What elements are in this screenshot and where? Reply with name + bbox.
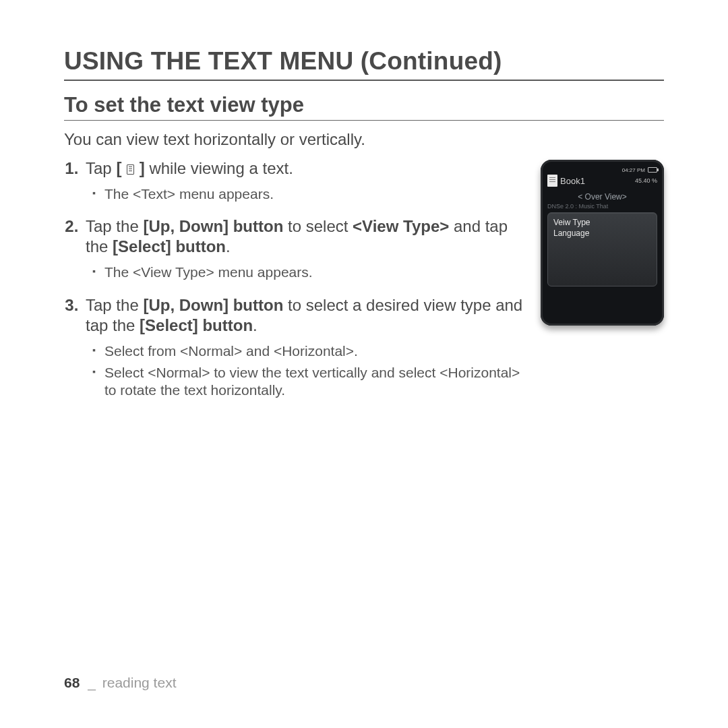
device-time: 04:27 PM xyxy=(622,167,645,173)
step-3-b1: [Up, Down] button xyxy=(143,296,283,314)
step-3-t3: . xyxy=(253,316,257,334)
menu-icon xyxy=(127,164,134,175)
section-title: To set the text view type xyxy=(64,93,664,121)
step-3-b2: [Select] button xyxy=(140,316,253,334)
intro-text: You can view text horizontally or vertic… xyxy=(64,130,664,149)
step-2-t1: Tap the xyxy=(86,217,143,235)
step-2-t4: . xyxy=(226,237,231,255)
step-3: Tap the [Up, Down] button to select a de… xyxy=(83,295,530,400)
footer-separator: _ xyxy=(88,675,96,690)
device-overview-label: < Over View> xyxy=(547,192,657,202)
step-2-b2: <View Type> xyxy=(353,217,449,235)
footer-section: reading text xyxy=(102,675,177,690)
step-1-lbracket: [ xyxy=(116,159,126,177)
step-2-b1: [Up, Down] button xyxy=(143,217,283,235)
step-2-sub-1: The <View Type> menu appears. xyxy=(92,264,530,281)
device-file-title: Book1 xyxy=(560,176,585,186)
device-background-text: DNSe 2.0 : Music That xyxy=(547,203,657,210)
step-1-pre: Tap xyxy=(86,159,116,177)
step-2: Tap the [Up, Down] button to select <Vie… xyxy=(83,216,530,281)
battery-icon xyxy=(648,167,657,173)
step-3-sub-1: Select from <Normal> and <Horizontal>. xyxy=(92,342,530,360)
step-1-rbracket: ] xyxy=(135,159,145,177)
device-mock: 04:27 PM Book1 45.40 % < Over View> DNSe… xyxy=(541,160,664,326)
device-menu-item-viewtype: Veiw Type xyxy=(553,217,651,228)
step-2-t2: to select xyxy=(283,217,353,235)
device-menu-item-language: Language xyxy=(553,228,651,239)
steps-list: Tap [ ] while viewing a text. The <Text>… xyxy=(64,158,530,399)
device-menu: Veiw Type Language xyxy=(547,212,657,286)
step-3-sub-2: Select <Normal> to view the text vertica… xyxy=(92,364,530,400)
step-1-post: while viewing a text. xyxy=(145,159,293,177)
step-1: Tap [ ] while viewing a text. The <Text>… xyxy=(83,158,530,203)
step-3-t1: Tap the xyxy=(86,296,143,314)
page-number: 68 xyxy=(64,675,80,690)
step-2-b3: [Select] button xyxy=(113,237,226,255)
page-footer: 68 _ reading text xyxy=(64,675,176,691)
step-1-sub-1: The <Text> menu appears. xyxy=(92,185,530,203)
document-icon xyxy=(547,175,557,187)
page-title: USING THE TEXT MENU (Continued) xyxy=(64,47,664,81)
device-percent: 45.40 % xyxy=(635,177,657,184)
